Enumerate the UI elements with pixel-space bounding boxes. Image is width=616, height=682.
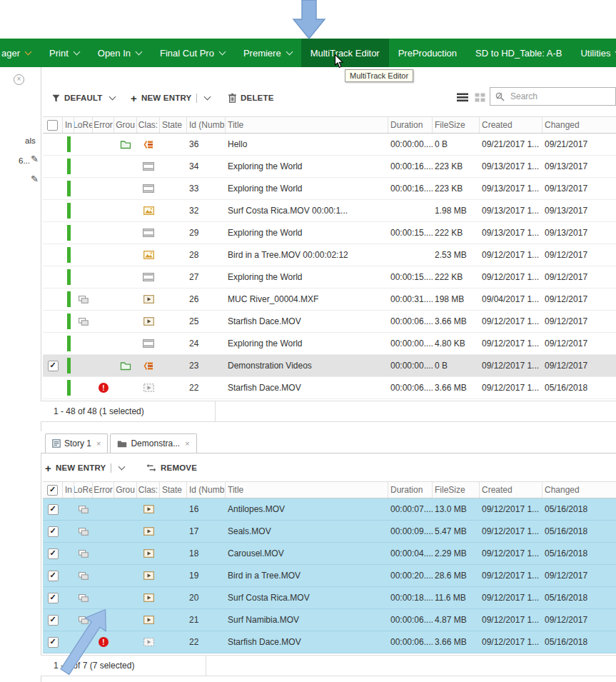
table-row[interactable]: 33Exploring the World00:00:16....223 KB0… — [43, 178, 616, 200]
table-row[interactable]: 17Seals.MOV00:00:09....5.47 MB09/12/2017… — [43, 521, 616, 543]
table-row[interactable]: 16Antilopes.MOV00:00:07....13.0 MB09/12/… — [43, 498, 616, 521]
menu-item-utilities[interactable]: Utilities — [571, 39, 616, 67]
menu-item-premiere[interactable]: Premiere — [234, 39, 301, 67]
row-checkbox[interactable] — [43, 498, 63, 520]
row-checkbox[interactable] — [43, 178, 63, 199]
row-checkbox[interactable] — [43, 266, 63, 288]
checkbox-checked[interactable] — [48, 548, 59, 559]
column-header-lore[interactable]: LoRe — [74, 117, 93, 133]
menu-item-sd-to-hd-table-a-b[interactable]: SD to HD_Table: A-B — [466, 39, 571, 67]
row-checkbox[interactable] — [43, 631, 63, 653]
checkbox-checked[interactable] — [48, 593, 59, 603]
row-checkbox[interactable] — [43, 244, 63, 266]
row-checkbox[interactable] — [43, 156, 63, 177]
table-row[interactable]: 36Hello00:00:00....0 B09/21/2017 1...09/… — [43, 134, 616, 156]
table-row[interactable]: 25Starfish Dace.MOV00:00:06....3.66 MB09… — [43, 311, 616, 333]
menu-item-ager[interactable]: ager — [0, 39, 40, 67]
table-row[interactable]: !22Starfish Dace.MOV00:00:06....3.66 MB0… — [43, 631, 616, 653]
table-row[interactable]: 23Demonstration Videos00:00:00....0 B09/… — [43, 355, 616, 377]
table-row[interactable]: 32Surf Costa Rica.MOV 00:00:1...1.98 MB0… — [43, 200, 616, 222]
row-checkbox[interactable] — [43, 311, 63, 332]
menu-item-multitrack-editor[interactable]: MultiTrack Editor — [301, 39, 389, 67]
close-icon[interactable]: × — [185, 439, 189, 448]
checkbox-checked[interactable] — [48, 504, 59, 515]
row-checkbox[interactable] — [43, 587, 63, 608]
checkbox-checked[interactable] — [48, 637, 59, 648]
column-header-state[interactable]: State — [160, 482, 187, 498]
close-icon[interactable]: × — [96, 439, 101, 448]
table-row[interactable]: 18Carousel.MOV00:00:04....2.29 MB09/12/2… — [43, 543, 616, 565]
video-icon — [143, 549, 154, 558]
column-header-lore[interactable]: LoRe — [74, 482, 93, 498]
column-header-id-numb[interactable]: Id (Numb — [187, 117, 226, 133]
table-row[interactable]: 19Bird in a Tree.MOV00:00:20....28.6 MB0… — [43, 565, 616, 587]
pen-icon[interactable]: ✎ — [31, 174, 39, 184]
row-checkbox[interactable] — [43, 222, 63, 244]
column-header-in[interactable]: In — [63, 117, 74, 133]
column-header-in[interactable]: In — [63, 482, 74, 498]
column-header-error[interactable]: Error — [93, 117, 114, 133]
column-header-title[interactable]: Title — [226, 117, 388, 133]
select-all-checkbox[interactable] — [43, 482, 63, 498]
row-checkbox[interactable] — [43, 543, 63, 564]
delete-button[interactable]: DELETE — [228, 89, 274, 107]
table-row[interactable]: 21Surf Namibia.MOV00:00:06....4.87 MB09/… — [43, 609, 616, 631]
column-header-duration[interactable]: Duration — [388, 117, 433, 133]
table-row[interactable]: 27Exploring the World00:00:15....222 KB0… — [43, 266, 616, 289]
tab-story-1[interactable]: Story 1× — [45, 433, 108, 453]
pen-icon[interactable]: ✎ — [31, 154, 39, 164]
checkbox-checked[interactable] — [48, 571, 59, 581]
column-header-created[interactable]: Created — [480, 117, 542, 133]
menu-item-preproduction[interactable]: PreProduction — [389, 39, 466, 67]
column-header-changed[interactable]: Changed — [542, 482, 616, 498]
table-row[interactable]: 20Surf Costa Rica.MOV00:00:18....11.6 MB… — [43, 587, 616, 609]
row-checkbox[interactable] — [43, 333, 63, 354]
menu-item-open-in[interactable]: Open In — [89, 39, 151, 67]
checkbox-checked[interactable] — [48, 361, 59, 371]
tab-demonstra[interactable]: Demonstra...× — [110, 433, 196, 453]
list-view-button[interactable] — [457, 92, 468, 105]
column-header-clas[interactable]: Clas: — [137, 482, 160, 498]
search-box[interactable] — [490, 87, 616, 106]
row-checkbox[interactable] — [43, 355, 63, 376]
panel-divider — [41, 67, 41, 682]
row-checkbox[interactable] — [43, 134, 63, 155]
column-header-changed[interactable]: Changed — [542, 117, 616, 133]
column-header-id-numb[interactable]: Id (Numb — [187, 482, 226, 498]
table-row[interactable]: !22Starfish Dace.MOV00:00:06....3.66 MB0… — [43, 377, 616, 399]
column-header-created[interactable]: Created — [480, 482, 542, 498]
filter-default-button[interactable]: DEFAULT — [52, 89, 115, 107]
menu-item-final-cut-pro[interactable]: Final Cut Pro — [151, 39, 234, 67]
column-header-title[interactable]: Title — [226, 482, 388, 498]
title-cell: Starfish Dace.MOV — [226, 631, 388, 653]
column-header-grou[interactable]: Grou — [114, 117, 137, 133]
column-header-filesize[interactable]: FileSize — [433, 117, 480, 133]
column-header-error[interactable]: Error — [93, 482, 114, 498]
checkbox-checked[interactable] — [48, 526, 59, 537]
table-row[interactable]: 26MUC River_00004.MXF00:00:31....198 MB0… — [43, 289, 616, 311]
grid-view-button[interactable] — [475, 92, 485, 105]
remove-button[interactable]: REMOVE — [146, 458, 197, 477]
column-header-duration[interactable]: Duration — [388, 482, 433, 498]
row-checkbox[interactable] — [43, 289, 63, 310]
search-input[interactable] — [509, 91, 610, 102]
row-checkbox[interactable] — [43, 609, 63, 631]
row-checkbox[interactable] — [43, 377, 63, 398]
table-row[interactable]: 29Exploring the World00:00:15....222 KB0… — [43, 222, 616, 244]
row-checkbox[interactable] — [43, 521, 63, 542]
row-checkbox[interactable] — [43, 565, 63, 586]
table-row[interactable]: 24Exploring the World00:00:00....4.80 KB… — [43, 333, 616, 355]
select-all-checkbox[interactable] — [43, 117, 63, 133]
column-header-state[interactable]: State — [160, 117, 187, 133]
column-header-grou[interactable]: Grou — [114, 482, 137, 498]
table-row[interactable]: 34Exploring the World00:00:16....223 KB0… — [43, 156, 616, 178]
row-checkbox[interactable] — [43, 200, 63, 221]
column-header-clas[interactable]: Clas: — [137, 117, 160, 133]
new-entry-button[interactable]: + NEW ENTRY — [131, 89, 210, 107]
menu-item-print[interactable]: Print — [40, 39, 89, 67]
checkbox-checked[interactable] — [48, 615, 59, 626]
close-panel-icon[interactable]: × — [14, 74, 24, 85]
lower-new-entry-button[interactable]: + NEW ENTRY — [45, 458, 124, 477]
table-row[interactable]: 28Bird in a Tree.MOV 00:00:02:122.53 MB0… — [43, 244, 616, 266]
column-header-filesize[interactable]: FileSize — [433, 482, 480, 498]
